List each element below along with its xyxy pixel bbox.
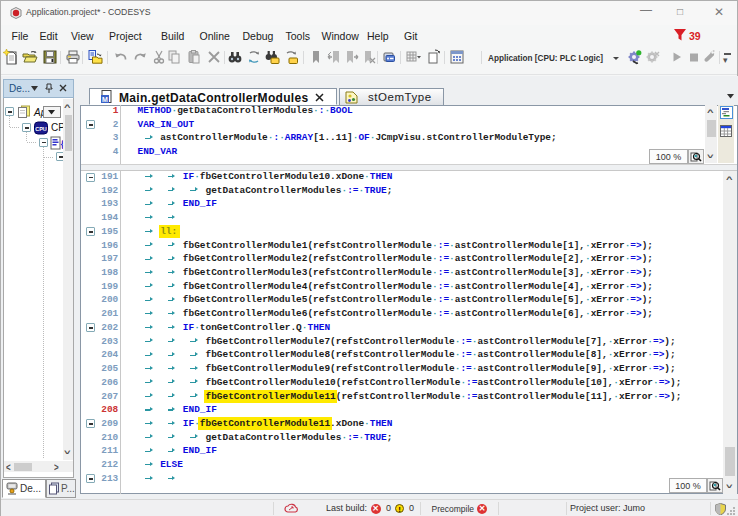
svg-text:CPU: CPU — [35, 125, 47, 131]
svg-text:M: M — [102, 96, 108, 103]
